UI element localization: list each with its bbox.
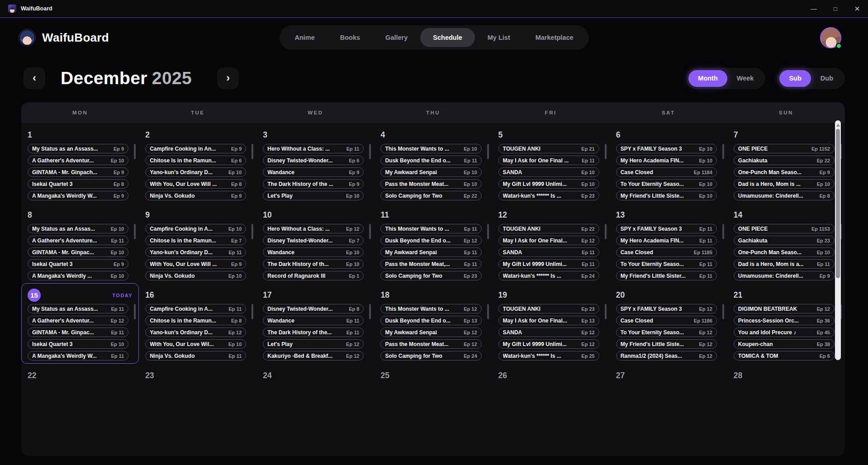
episode-chip[interactable]: My Awkward SenpaiEp 10 bbox=[380, 167, 481, 177]
episode-chip[interactable]: Chitose Is in the Ramun...Ep 8 bbox=[145, 316, 246, 325]
episode-chip[interactable]: Campfire Cooking in A...Ep 11 bbox=[145, 304, 246, 313]
episode-chip[interactable]: Umamusume: Cinderell...Ep 8 bbox=[734, 191, 835, 200]
episode-chip[interactable]: Umamusume: Cinderell...Ep 9 bbox=[734, 271, 835, 280]
episode-chip[interactable]: Ninja Vs. GokudoEp 10 bbox=[145, 271, 246, 280]
episode-chip[interactable]: My Gift Lvl 9999 Unlimi...Ep 11 bbox=[498, 259, 599, 269]
day-cell-26[interactable]: 26 bbox=[492, 364, 610, 456]
episode-chip[interactable]: Solo Camping for TwoEp 22 bbox=[380, 191, 481, 200]
episode-chip[interactable]: With You, Our Love Will ...Ep 8 bbox=[145, 179, 246, 189]
day-scrollbar-thumb[interactable] bbox=[134, 304, 136, 319]
episode-chip[interactable]: Dusk Beyond the End o...Ep 12 bbox=[380, 236, 481, 245]
episode-chip[interactable]: Ninja Vs. GokudoEp 11 bbox=[145, 351, 246, 361]
episode-chip[interactable]: SANDAEp 10 bbox=[498, 167, 599, 177]
day-cell-14[interactable]: 14ONE PIECEEp 1153GachiakutaEp 23One-Pun… bbox=[727, 203, 845, 283]
day-cell-3[interactable]: 3Hero Without a Class: ...Ep 11Disney Tw… bbox=[256, 123, 374, 203]
episode-chip[interactable]: WandanceEp 11 bbox=[263, 316, 364, 325]
nav-tab-my-list[interactable]: My List bbox=[475, 28, 523, 47]
episode-chip[interactable]: SANDAEp 11 bbox=[498, 247, 599, 257]
audio-sub-button[interactable]: Sub bbox=[779, 70, 811, 87]
episode-chip[interactable]: Case ClosedEp 1184 bbox=[616, 167, 717, 177]
episode-chip[interactable]: Watari-kun's ****** Is ...Ep 24 bbox=[498, 271, 599, 280]
vertical-scrollbar[interactable] bbox=[835, 120, 841, 360]
episode-chip[interactable]: My Status as an Assass...Ep 11 bbox=[28, 304, 128, 313]
episode-chip[interactable]: Dad is a Hero, Mom is ...Ep 10 bbox=[734, 179, 835, 189]
episode-chip[interactable]: May I Ask for One Final...Ep 13 bbox=[498, 316, 599, 325]
day-cell-20[interactable]: 20SPY x FAMILY Season 3Ep 12Case ClosedE… bbox=[610, 283, 727, 364]
day-scrollbar-thumb[interactable] bbox=[487, 144, 489, 159]
episode-chip[interactable]: SPY x FAMILY Season 3Ep 10 bbox=[616, 144, 717, 153]
scrollbar-thumb[interactable] bbox=[836, 129, 840, 278]
day-scrollbar-thumb[interactable] bbox=[487, 224, 489, 239]
episode-chip[interactable]: My Awkward SenpaiEp 12 bbox=[380, 327, 481, 337]
episode-chip[interactable]: Hero Without a Class: ...Ep 11 bbox=[263, 144, 364, 153]
audio-dub-button[interactable]: Dub bbox=[811, 70, 843, 87]
episode-chip[interactable]: GachiakutaEp 23 bbox=[734, 236, 835, 245]
episode-chip[interactable]: A Gatherer's Adventur...Ep 12 bbox=[28, 316, 128, 325]
minimize-button-icon[interactable]: — bbox=[803, 0, 825, 17]
episode-chip[interactable]: One-Punch Man Seaso...Ep 9 bbox=[734, 167, 835, 177]
episode-chip[interactable]: To Your Eternity Seaso...Ep 10 bbox=[616, 179, 717, 189]
episode-chip[interactable]: My Hero Academia FIN...Ep 10 bbox=[616, 156, 717, 165]
day-scrollbar-thumb[interactable] bbox=[487, 304, 489, 319]
episode-chip[interactable]: Let's PlayEp 10 bbox=[263, 191, 364, 200]
day-scrollbar-thumb[interactable] bbox=[605, 224, 607, 239]
episode-chip[interactable]: The Dark History of the ...Ep 9 bbox=[263, 179, 364, 189]
episode-chip[interactable]: Isekai Quartet 3Ep 9 bbox=[28, 259, 128, 269]
episode-chip[interactable]: WandanceEp 10 bbox=[263, 247, 364, 257]
day-cell-18[interactable]: 18This Monster Wants to ...Ep 12Dusk Bey… bbox=[374, 283, 492, 364]
day-scrollbar-thumb[interactable] bbox=[369, 224, 371, 239]
episode-chip[interactable]: GachiakutaEp 22 bbox=[734, 156, 835, 165]
episode-chip[interactable]: GINTAMA - Mr. Ginpac...Ep 10 bbox=[28, 247, 128, 257]
day-cell-2[interactable]: 2Campfire Cooking in An...Ep 9Chitose Is… bbox=[139, 123, 256, 203]
day-cell-11[interactable]: 11This Monster Wants to ...Ep 11Dusk Bey… bbox=[374, 203, 492, 283]
day-cell-4[interactable]: 4This Monster Wants to ...Ep 10Dusk Beyo… bbox=[374, 123, 492, 203]
nav-tab-gallery[interactable]: Gallery bbox=[373, 28, 420, 47]
episode-chip[interactable]: To Your Eternity Seaso...Ep 12 bbox=[616, 327, 717, 337]
episode-chip[interactable]: My Awkward SenpaiEp 11 bbox=[380, 247, 481, 257]
episode-chip[interactable]: Ranma1/2 (2024) Seas...Ep 12 bbox=[616, 351, 717, 361]
episode-chip[interactable]: Dusk Beyond the End o...Ep 13 bbox=[380, 316, 481, 325]
episode-chip[interactable]: Isekai Quartet 3Ep 8 bbox=[28, 179, 128, 189]
episode-chip[interactable]: The Dark History of the...Ep 11 bbox=[263, 327, 364, 337]
episode-chip[interactable]: Pass the Monster Meat...Ep 12 bbox=[380, 339, 481, 349]
view-week-button[interactable]: Week bbox=[727, 70, 764, 87]
episode-chip[interactable]: WandanceEp 9 bbox=[263, 167, 364, 177]
day-cell-28[interactable]: 28 bbox=[727, 364, 845, 456]
day-cell-21[interactable]: 21DIGIMON BEATBREAKEp 12Princess-Session… bbox=[727, 283, 845, 364]
episode-chip[interactable]: My Status as an Assas...Ep 10 bbox=[28, 224, 128, 233]
episode-chip[interactable]: SANDAEp 12 bbox=[498, 327, 599, 337]
episode-chip[interactable]: GINTAMA - Mr. Ginpach...Ep 9 bbox=[28, 167, 128, 177]
day-cell-6[interactable]: 6SPY x FAMILY Season 3Ep 10My Hero Acade… bbox=[610, 123, 727, 203]
scroll-up-arrow-icon[interactable] bbox=[836, 123, 840, 127]
episode-chip[interactable]: Hero Without a Class: ...Ep 12 bbox=[263, 224, 364, 233]
episode-chip[interactable]: Princess-Session Orc...Ep 36 bbox=[734, 316, 835, 325]
maximize-button-icon[interactable]: □ bbox=[825, 0, 846, 17]
episode-chip[interactable]: One-Punch Man Seaso...Ep 10 bbox=[734, 247, 835, 257]
day-cell-7[interactable]: 7ONE PIECEEp 1152GachiakutaEp 22One-Punc… bbox=[727, 123, 845, 203]
episode-chip[interactable]: Watari-kun's ****** Is ...Ep 25 bbox=[498, 351, 599, 361]
close-button-icon[interactable]: × bbox=[846, 0, 868, 17]
episode-chip[interactable]: Pass the Monster Meat...Ep 10 bbox=[380, 179, 481, 189]
day-scrollbar-thumb[interactable] bbox=[369, 144, 371, 159]
day-cell-23[interactable]: 23 bbox=[139, 364, 256, 456]
day-scrollbar-thumb[interactable] bbox=[251, 304, 253, 319]
day-cell-16[interactable]: 16Campfire Cooking in A...Ep 11Chitose I… bbox=[139, 283, 256, 364]
day-scrollbar-thumb[interactable] bbox=[134, 144, 136, 159]
episode-chip[interactable]: TOUGEN ANKIEp 22 bbox=[498, 224, 599, 233]
episode-chip[interactable]: You and Idol Precure ♪Ep 45 bbox=[734, 327, 835, 337]
episode-chip[interactable]: Disney Twisted-Wonder...Ep 6 bbox=[263, 156, 364, 165]
next-month-button[interactable]: › bbox=[217, 67, 239, 89]
day-scrollbar-thumb[interactable] bbox=[134, 224, 136, 239]
episode-chip[interactable]: My Friend's Little Siste...Ep 12 bbox=[616, 339, 717, 349]
episode-chip[interactable]: DIGIMON BEATBREAKEp 12 bbox=[734, 304, 835, 313]
day-cell-12[interactable]: 12TOUGEN ANKIEp 22May I Ask for One Fina… bbox=[492, 203, 610, 283]
episode-chip[interactable]: My Friend's Little Sister...Ep 11 bbox=[616, 271, 717, 280]
day-cell-25[interactable]: 25 bbox=[374, 364, 492, 456]
day-cell-9[interactable]: 9Campfire Cooking in A...Ep 10Chitose Is… bbox=[139, 203, 256, 283]
episode-chip[interactable]: A Gatherer's Adventure...Ep 11 bbox=[28, 236, 128, 245]
episode-chip[interactable]: My Gift Lvl 9999 Unlimi...Ep 12 bbox=[498, 339, 599, 349]
episode-chip[interactable]: ONE PIECEEp 1153 bbox=[734, 224, 835, 233]
episode-chip[interactable]: May I Ask for One Final ...Ep 11 bbox=[498, 156, 599, 165]
episode-chip[interactable]: Dusk Beyond the End o...Ep 11 bbox=[380, 156, 481, 165]
episode-chip[interactable]: Let's PlayEp 12 bbox=[263, 339, 364, 349]
